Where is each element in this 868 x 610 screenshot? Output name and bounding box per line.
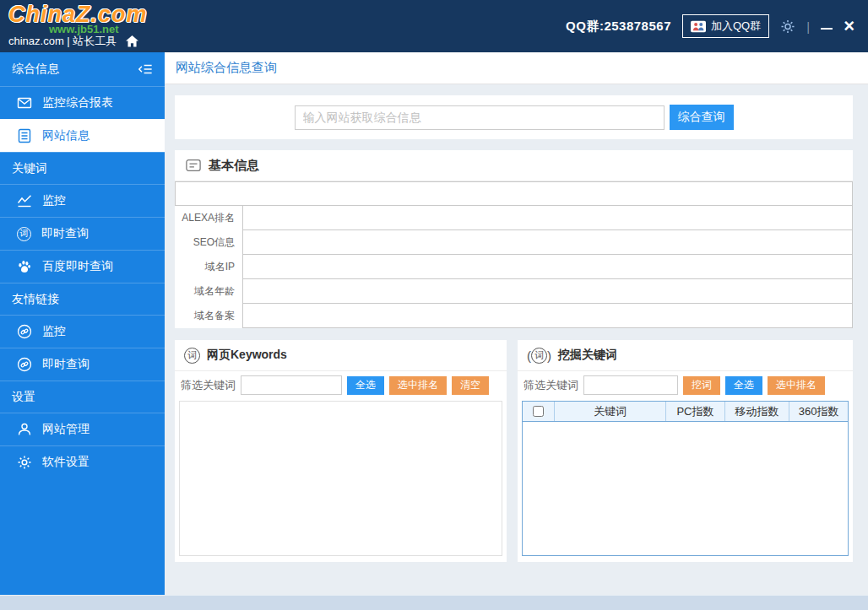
titlebar: ChinaZ.com www.jb51.net chinaz.com | 站长工…: [0, 0, 868, 52]
basic-info-section: 基本信息 ALEXA排名 SEO信息 域名IP: [175, 150, 853, 328]
sidebar-item-monitor-report[interactable]: 监控综合报表: [0, 86, 165, 119]
search-panel: 综合查询: [175, 95, 853, 139]
join-qq-button[interactable]: 加入QQ群: [682, 14, 769, 38]
logo-area: ChinaZ.com www.jb51.net chinaz.com | 站长工…: [0, 0, 270, 52]
selected-rank-button[interactable]: 选中排名: [389, 376, 447, 395]
mine-words-button[interactable]: 挖词: [683, 376, 720, 395]
link-icon: [17, 357, 32, 372]
header-checkbox-cell: [523, 402, 555, 421]
keywords-filter-input[interactable]: [241, 375, 342, 395]
selected-rank-button[interactable]: 选中排名: [768, 376, 825, 395]
basic-info-title: 基本信息: [209, 158, 259, 174]
sidebar-item-keyword-monitor[interactable]: 监控: [0, 184, 165, 217]
sidebar-item-label: 即时查询: [42, 357, 90, 372]
word-circle-icon: 词: [184, 348, 200, 364]
mining-results-table: 关键词 PC指数 移动指数 360指数: [522, 401, 849, 556]
sidebar-group-keywords: 关键词: [0, 152, 165, 184]
column-header-keyword: 关键词: [555, 402, 666, 421]
field-label-domain-age: 域名年龄: [175, 278, 242, 304]
sidebar-item-label: 软件设置: [42, 455, 90, 470]
domain-ip-field: [242, 254, 853, 279]
sidebar-item-label: 网站信息: [42, 128, 90, 143]
field-label-alexa: ALEXA排名: [175, 205, 242, 230]
settings-gear-icon[interactable]: [780, 19, 795, 35]
sidebar-item-baidu-query[interactable]: 百度即时查询: [0, 250, 165, 283]
column-header-pc-index: PC指数: [666, 402, 725, 421]
sidebar-header: 综合信息: [0, 52, 165, 86]
site-search-input[interactable]: [295, 105, 665, 130]
basic-info-header: 基本信息: [175, 150, 853, 181]
home-icon[interactable]: [124, 35, 139, 47]
sidebar-item-label: 监控综合报表: [42, 95, 113, 111]
seo-info-field: [242, 229, 853, 255]
keywords-list-area: [179, 401, 502, 556]
word-circle-icon: 词: [17, 227, 31, 241]
sidebar: 综合信息 监控综合报表 网站信息 关键词: [0, 52, 165, 595]
page-keywords-header: 词 网页Keywords: [175, 340, 507, 371]
select-all-checkbox[interactable]: [533, 406, 544, 417]
site-label: chinaz.com | 站长工具: [8, 34, 117, 49]
page-header: 网站综合信息查询: [165, 52, 868, 84]
column-header-360-index: 360指数: [789, 402, 848, 421]
card-lines-icon: [186, 159, 201, 172]
select-all-button[interactable]: 全选: [347, 376, 384, 395]
comprehensive-query-button[interactable]: 综合查询: [670, 105, 734, 130]
sidebar-item-link-monitor[interactable]: 监控: [0, 315, 165, 348]
site-summary-field: [175, 181, 853, 206]
sidebar-item-site-manage[interactable]: 网站管理: [0, 413, 165, 445]
sidebar-group-settings: 设置: [0, 381, 165, 413]
sidebar-item-label: 网站管理: [42, 422, 90, 437]
user-icon: [17, 422, 32, 437]
alexa-rank-field: [242, 205, 853, 230]
sidebar-item-keyword-query[interactable]: 词 即时查询: [0, 217, 165, 250]
titlebar-divider: |: [806, 19, 810, 34]
filter-keywords-label: 筛选关键词: [181, 378, 236, 393]
column-header-mobile-index: 移动指数: [725, 402, 789, 421]
page-keywords-title: 网页Keywords: [207, 348, 287, 363]
sidebar-item-site-info[interactable]: 网站信息: [0, 119, 165, 152]
keywords-filter-row: 筛选关键词 全选 选中排名 清空: [175, 371, 507, 399]
sidebar-item-software-settings[interactable]: 软件设置: [0, 445, 165, 478]
gear-icon: [17, 455, 32, 470]
watermark-text: www.jb51.net: [49, 23, 119, 35]
page-keywords-panel: 词 网页Keywords 筛选关键词 全选 选中排名 清空: [175, 340, 507, 562]
chart-icon: [17, 193, 32, 208]
select-all-button[interactable]: 全选: [725, 376, 762, 395]
sidebar-item-label: 监控: [42, 324, 66, 339]
field-label-domain-ip: 域名IP: [175, 254, 242, 279]
field-label-seo: SEO信息: [175, 229, 242, 255]
baidu-paw-icon: [17, 259, 32, 274]
domain-age-field: [242, 278, 853, 304]
keyword-mining-header: (词) 挖掘关键词: [518, 340, 853, 371]
sidebar-group-label: 关键词: [12, 161, 47, 176]
sidebar-item-label: 即时查询: [41, 226, 89, 241]
minimize-button[interactable]: [821, 28, 833, 30]
sidebar-group-label: 设置: [12, 390, 35, 405]
mining-filter-input[interactable]: [583, 375, 678, 395]
document-icon: [17, 128, 32, 143]
link-icon: [17, 324, 32, 339]
basic-info-fields: ALEXA排名 SEO信息 域名IP 域名年龄: [175, 181, 853, 328]
join-qq-label: 加入QQ群: [711, 19, 761, 34]
qq-people-icon: [691, 20, 706, 33]
keyword-mining-title: 挖掘关键词: [558, 348, 617, 363]
collapse-sidebar-icon[interactable]: [138, 62, 153, 76]
app-window: ChinaZ.com www.jb51.net chinaz.com | 站长工…: [0, 0, 868, 610]
page-title: 网站综合信息查询: [176, 60, 277, 76]
domain-record-field: [242, 303, 853, 328]
sidebar-item-label: 监控: [42, 193, 66, 208]
sidebar-item-link-query[interactable]: 即时查询: [0, 348, 165, 381]
table-body-empty: [523, 422, 848, 555]
mining-filter-row: 筛选关键词 挖词 全选 选中排名: [518, 371, 853, 399]
table-header-row: 关键词 PC指数 移动指数 360指数: [523, 402, 848, 422]
sidebar-header-label: 综合信息: [12, 62, 59, 77]
sidebar-group-links: 友情链接: [0, 283, 165, 315]
qq-group-number: QQ群:253878567: [566, 19, 671, 35]
window-bottom-strip: [0, 595, 868, 610]
main-content: 网站综合信息查询 综合查询 基本信息: [165, 52, 868, 595]
broadcast-word-icon: (词): [527, 348, 551, 364]
clear-button[interactable]: 清空: [452, 376, 489, 395]
sidebar-group-label: 友情链接: [12, 292, 59, 307]
field-label-domain-record: 域名备案: [175, 303, 242, 328]
close-button[interactable]: ×: [844, 17, 854, 35]
